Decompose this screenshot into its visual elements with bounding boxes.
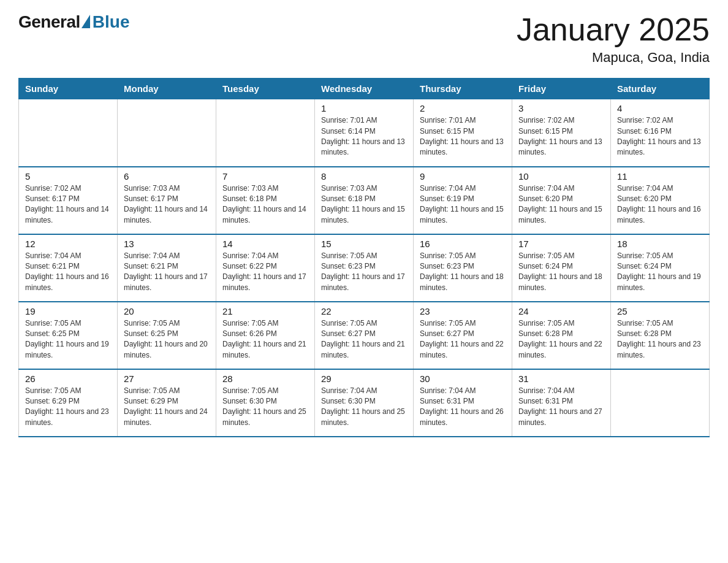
day-info: Sunrise: 7:05 AM Sunset: 6:27 PM Dayligh… xyxy=(420,318,506,361)
calendar-cell: 7Sunrise: 7:03 AM Sunset: 6:18 PM Daylig… xyxy=(216,167,315,234)
day-info: Sunrise: 7:04 AM Sunset: 6:20 PM Dayligh… xyxy=(617,183,703,226)
calendar-cell: 4Sunrise: 7:02 AM Sunset: 6:16 PM Daylig… xyxy=(611,99,710,167)
day-info: Sunrise: 7:05 AM Sunset: 6:29 PM Dayligh… xyxy=(124,386,210,429)
calendar-cell: 22Sunrise: 7:05 AM Sunset: 6:27 PM Dayli… xyxy=(315,302,414,369)
day-info: Sunrise: 7:03 AM Sunset: 6:18 PM Dayligh… xyxy=(222,183,308,226)
day-info: Sunrise: 7:05 AM Sunset: 6:26 PM Dayligh… xyxy=(222,318,308,361)
calendar-week-row: 1Sunrise: 7:01 AM Sunset: 6:14 PM Daylig… xyxy=(19,99,710,167)
page-header: General Blue January 2025 Mapuca, Goa, I… xyxy=(18,12,710,66)
calendar-cell: 15Sunrise: 7:05 AM Sunset: 6:23 PM Dayli… xyxy=(315,234,414,302)
logo-blue-text: Blue xyxy=(93,12,130,32)
day-number: 5 xyxy=(25,171,111,182)
calendar-cell: 2Sunrise: 7:01 AM Sunset: 6:15 PM Daylig… xyxy=(414,99,512,167)
day-number: 19 xyxy=(25,306,111,316)
header-friday: Friday xyxy=(512,79,611,99)
day-info: Sunrise: 7:05 AM Sunset: 6:25 PM Dayligh… xyxy=(124,318,210,361)
day-info: Sunrise: 7:05 AM Sunset: 6:24 PM Dayligh… xyxy=(518,251,604,294)
calendar-title: January 2025 xyxy=(517,12,710,47)
day-info: Sunrise: 7:02 AM Sunset: 6:16 PM Dayligh… xyxy=(617,115,703,158)
day-number: 6 xyxy=(124,171,210,182)
day-info: Sunrise: 7:04 AM Sunset: 6:30 PM Dayligh… xyxy=(321,386,407,429)
day-number: 2 xyxy=(420,103,506,113)
day-info: Sunrise: 7:04 AM Sunset: 6:31 PM Dayligh… xyxy=(518,386,604,429)
day-info: Sunrise: 7:04 AM Sunset: 6:19 PM Dayligh… xyxy=(420,183,506,226)
day-number: 31 xyxy=(518,373,604,384)
calendar-week-row: 26Sunrise: 7:05 AM Sunset: 6:29 PM Dayli… xyxy=(19,369,710,437)
header-thursday: Thursday xyxy=(414,79,512,99)
calendar-cell: 9Sunrise: 7:04 AM Sunset: 6:19 PM Daylig… xyxy=(414,167,512,234)
day-number: 11 xyxy=(617,171,703,182)
day-number: 15 xyxy=(321,239,407,249)
calendar-cell: 20Sunrise: 7:05 AM Sunset: 6:25 PM Dayli… xyxy=(118,302,216,369)
calendar-cell: 1Sunrise: 7:01 AM Sunset: 6:14 PM Daylig… xyxy=(315,99,414,167)
day-number: 29 xyxy=(321,373,407,384)
day-info: Sunrise: 7:01 AM Sunset: 6:14 PM Dayligh… xyxy=(321,115,407,158)
calendar-subtitle: Mapuca, Goa, India xyxy=(517,50,710,66)
day-info: Sunrise: 7:04 AM Sunset: 6:20 PM Dayligh… xyxy=(518,183,604,226)
day-number: 22 xyxy=(321,306,407,316)
day-info: Sunrise: 7:05 AM Sunset: 6:23 PM Dayligh… xyxy=(420,251,506,294)
day-number: 21 xyxy=(222,306,308,316)
calendar-week-row: 5Sunrise: 7:02 AM Sunset: 6:17 PM Daylig… xyxy=(19,167,710,234)
day-info: Sunrise: 7:04 AM Sunset: 6:31 PM Dayligh… xyxy=(420,386,506,429)
calendar-cell xyxy=(611,369,710,437)
day-info: Sunrise: 7:05 AM Sunset: 6:28 PM Dayligh… xyxy=(518,318,604,361)
day-info: Sunrise: 7:05 AM Sunset: 6:25 PM Dayligh… xyxy=(25,318,111,361)
day-number: 7 xyxy=(222,171,308,182)
day-info: Sunrise: 7:05 AM Sunset: 6:24 PM Dayligh… xyxy=(617,251,703,294)
day-info: Sunrise: 7:04 AM Sunset: 6:22 PM Dayligh… xyxy=(222,251,308,294)
day-info: Sunrise: 7:05 AM Sunset: 6:28 PM Dayligh… xyxy=(617,318,703,361)
header-sunday: Sunday xyxy=(19,79,118,99)
calendar-week-row: 12Sunrise: 7:04 AM Sunset: 6:21 PM Dayli… xyxy=(19,234,710,302)
calendar-cell: 21Sunrise: 7:05 AM Sunset: 6:26 PM Dayli… xyxy=(216,302,315,369)
day-info: Sunrise: 7:05 AM Sunset: 6:29 PM Dayligh… xyxy=(25,386,111,429)
day-info: Sunrise: 7:01 AM Sunset: 6:15 PM Dayligh… xyxy=(420,115,506,158)
calendar-cell: 28Sunrise: 7:05 AM Sunset: 6:30 PM Dayli… xyxy=(216,369,315,437)
calendar-cell: 17Sunrise: 7:05 AM Sunset: 6:24 PM Dayli… xyxy=(512,234,611,302)
calendar-cell: 12Sunrise: 7:04 AM Sunset: 6:21 PM Dayli… xyxy=(19,234,118,302)
day-number: 13 xyxy=(124,239,210,249)
calendar-cell: 29Sunrise: 7:04 AM Sunset: 6:30 PM Dayli… xyxy=(315,369,414,437)
calendar-cell xyxy=(19,99,118,167)
title-section: January 2025 Mapuca, Goa, India xyxy=(517,12,710,66)
day-number: 17 xyxy=(518,239,604,249)
day-number: 4 xyxy=(617,103,703,113)
calendar-cell: 6Sunrise: 7:03 AM Sunset: 6:17 PM Daylig… xyxy=(118,167,216,234)
calendar-cell: 23Sunrise: 7:05 AM Sunset: 6:27 PM Dayli… xyxy=(414,302,512,369)
day-number: 23 xyxy=(420,306,506,316)
day-info: Sunrise: 7:02 AM Sunset: 6:17 PM Dayligh… xyxy=(25,183,111,226)
calendar-cell: 8Sunrise: 7:03 AM Sunset: 6:18 PM Daylig… xyxy=(315,167,414,234)
day-number: 28 xyxy=(222,373,308,384)
day-info: Sunrise: 7:03 AM Sunset: 6:18 PM Dayligh… xyxy=(321,183,407,226)
calendar-cell: 31Sunrise: 7:04 AM Sunset: 6:31 PM Dayli… xyxy=(512,369,611,437)
day-number: 1 xyxy=(321,103,407,113)
day-info: Sunrise: 7:05 AM Sunset: 6:30 PM Dayligh… xyxy=(222,386,308,429)
header-monday: Monday xyxy=(118,79,216,99)
day-number: 16 xyxy=(420,239,506,249)
day-number: 30 xyxy=(420,373,506,384)
day-number: 24 xyxy=(518,306,604,316)
day-number: 26 xyxy=(25,373,111,384)
calendar-cell: 13Sunrise: 7:04 AM Sunset: 6:21 PM Dayli… xyxy=(118,234,216,302)
day-info: Sunrise: 7:05 AM Sunset: 6:23 PM Dayligh… xyxy=(321,251,407,294)
day-info: Sunrise: 7:04 AM Sunset: 6:21 PM Dayligh… xyxy=(124,251,210,294)
calendar-cell: 3Sunrise: 7:02 AM Sunset: 6:15 PM Daylig… xyxy=(512,99,611,167)
calendar-cell: 16Sunrise: 7:05 AM Sunset: 6:23 PM Dayli… xyxy=(414,234,512,302)
logo-triangle-icon xyxy=(82,15,90,28)
calendar-header-row: SundayMondayTuesdayWednesdayThursdayFrid… xyxy=(19,79,710,99)
day-info: Sunrise: 7:04 AM Sunset: 6:21 PM Dayligh… xyxy=(25,251,111,294)
calendar-cell: 11Sunrise: 7:04 AM Sunset: 6:20 PM Dayli… xyxy=(611,167,710,234)
calendar-cell xyxy=(118,99,216,167)
header-saturday: Saturday xyxy=(611,79,710,99)
calendar-week-row: 19Sunrise: 7:05 AM Sunset: 6:25 PM Dayli… xyxy=(19,302,710,369)
calendar-cell: 19Sunrise: 7:05 AM Sunset: 6:25 PM Dayli… xyxy=(19,302,118,369)
day-number: 27 xyxy=(124,373,210,384)
day-number: 10 xyxy=(518,171,604,182)
day-number: 3 xyxy=(518,103,604,113)
logo: General Blue xyxy=(18,12,129,32)
calendar-cell: 30Sunrise: 7:04 AM Sunset: 6:31 PM Dayli… xyxy=(414,369,512,437)
calendar-cell: 25Sunrise: 7:05 AM Sunset: 6:28 PM Dayli… xyxy=(611,302,710,369)
day-number: 25 xyxy=(617,306,703,316)
calendar-cell: 14Sunrise: 7:04 AM Sunset: 6:22 PM Dayli… xyxy=(216,234,315,302)
calendar-cell: 26Sunrise: 7:05 AM Sunset: 6:29 PM Dayli… xyxy=(19,369,118,437)
